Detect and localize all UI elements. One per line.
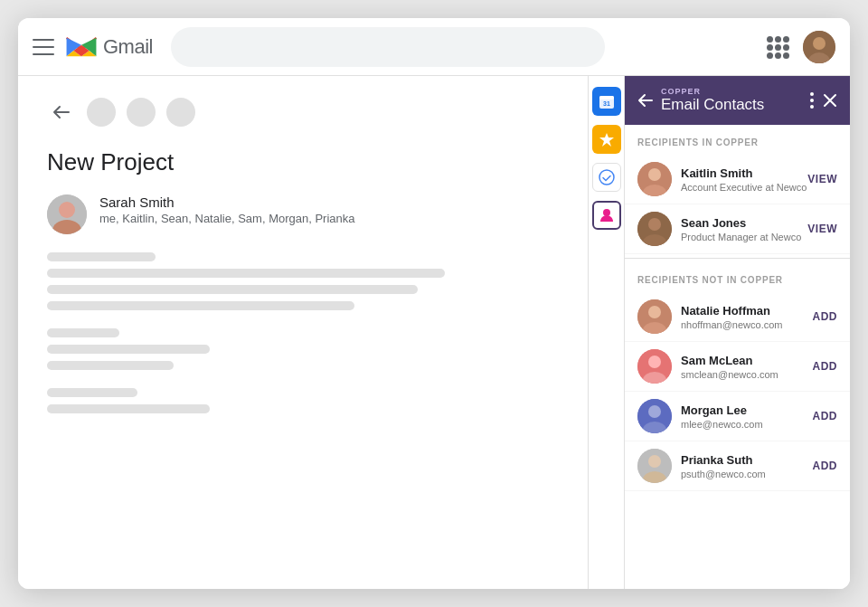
contact-row-sam: Sam McLean smclean@newco.com ADD — [625, 342, 850, 392]
sam-add-button[interactable]: ADD — [813, 360, 838, 373]
user-avatar[interactable] — [803, 31, 835, 63]
gmail-header: Gmail — [18, 18, 850, 76]
apps-grid-icon[interactable] — [767, 36, 788, 58]
sean-title: Product Manager at Newco — [681, 232, 807, 242]
star-plugin-icon[interactable] — [592, 125, 621, 154]
svg-point-27 — [648, 306, 661, 318]
sender-name: Sarah Smith — [99, 194, 355, 210]
copper-sidebar: COPPER Email Contacts — [624, 76, 850, 589]
svg-point-21 — [648, 168, 661, 181]
contact-row-natalie: Natalie Hoffman nhoffman@newco.com ADD — [625, 292, 850, 342]
copper-content: RECIPIENTS IN COPPER Kaitlin Smith Accou… — [625, 125, 850, 589]
copper-plugin-icon[interactable] — [592, 201, 621, 230]
svg-point-9 — [59, 202, 75, 218]
copper-back-button[interactable] — [637, 93, 654, 108]
sam-avatar — [637, 349, 672, 384]
not-in-copper-section-label: RECIPIENTS NOT IN COPPER — [625, 262, 850, 292]
browser-window: Gmail — [18, 18, 850, 589]
gmail-header-left: Gmail — [33, 34, 153, 60]
natalie-info: Natalie Hoffman nhoffman@newco.com — [681, 304, 813, 330]
skeleton-line — [47, 388, 137, 397]
copper-page-title: Email Contacts — [661, 96, 764, 114]
copper-more-button[interactable] — [810, 92, 814, 109]
sean-name: Sean Jones — [681, 216, 807, 230]
contact-row-sean: Sean Jones Product Manager at Newco VIEW — [625, 204, 850, 254]
email-body-skeleton — [47, 252, 559, 310]
svg-point-6 — [813, 37, 826, 50]
gmail-label: Gmail — [103, 35, 153, 59]
skeleton-line — [47, 301, 354, 310]
contact-row-kaitlin: Kaitlin Smith Account Executive at Newco… — [625, 155, 850, 204]
copper-title-block: COPPER Email Contacts — [661, 87, 764, 114]
main-area: New Project Sarah Smith me, Kaitlin, Sea… — [18, 76, 850, 589]
skeleton-line — [47, 285, 418, 294]
email-body-skeleton-2 — [47, 328, 559, 370]
svg-marker-14 — [599, 133, 614, 147]
morgan-info: Morgan Lee mlee@newco.com — [681, 403, 813, 430]
morgan-name: Morgan Lee — [681, 403, 813, 417]
skeleton-line — [47, 345, 210, 354]
email-body-skeleton-3 — [47, 388, 559, 413]
kaitlin-name: Kaitlin Smith — [681, 166, 807, 180]
copper-icon-bar: 31 — [588, 76, 624, 589]
sam-info: Sam McLean smclean@newco.com — [681, 354, 813, 380]
natalie-add-button[interactable]: ADD — [813, 310, 838, 323]
copper-panel-header: COPPER Email Contacts — [625, 76, 850, 125]
sam-name: Sam McLean — [681, 354, 813, 367]
email-back-button[interactable] — [47, 98, 76, 127]
svg-point-24 — [648, 218, 661, 231]
morgan-add-button[interactable]: ADD — [813, 410, 838, 422]
skeleton-line — [47, 252, 156, 261]
sender-info: Sarah Smith me, Kaitlin, Sean, Natalie, … — [99, 194, 355, 225]
prianka-info: Prianka Suth psuth@newco.com — [681, 453, 813, 479]
svg-point-33 — [648, 405, 661, 418]
section-divider — [625, 258, 850, 259]
skeleton-line — [47, 269, 445, 278]
copper-header-left: COPPER Email Contacts — [637, 87, 764, 114]
svg-point-30 — [648, 356, 661, 368]
kaitlin-title: Account Executive at Newco — [681, 182, 807, 193]
gmail-logo: Gmail — [65, 34, 153, 60]
sam-email: smclean@newco.com — [681, 369, 813, 380]
gmail-m-icon — [65, 34, 98, 60]
prianka-email: psuth@newco.com — [681, 469, 813, 479]
calendar-plugin-icon[interactable]: 31 — [592, 87, 621, 116]
sender-avatar — [47, 194, 87, 234]
prianka-avatar — [637, 449, 672, 483]
sean-info: Sean Jones Product Manager at Newco — [681, 216, 807, 242]
kaitlin-avatar — [637, 162, 672, 196]
loading-circle-2 — [127, 98, 156, 127]
prianka-name: Prianka Suth — [681, 453, 813, 467]
email-content: New Project Sarah Smith me, Kaitlin, Sea… — [18, 76, 588, 589]
loading-circle-3 — [166, 98, 195, 127]
tasks-plugin-icon[interactable] — [592, 163, 621, 192]
email-subject: New Project — [47, 148, 559, 176]
svg-point-16 — [603, 209, 610, 216]
sean-avatar — [637, 212, 672, 246]
kaitlin-view-button[interactable]: VIEW — [807, 173, 837, 185]
sean-view-button[interactable]: VIEW — [807, 223, 837, 235]
svg-text:31: 31 — [603, 100, 610, 107]
skeleton-line — [47, 328, 119, 337]
morgan-email: mlee@newco.com — [681, 419, 813, 430]
natalie-avatar — [637, 299, 672, 334]
natalie-name: Natalie Hoffman — [681, 304, 813, 318]
email-sender-row: Sarah Smith me, Kaitlin, Sean, Natalie, … — [47, 194, 559, 234]
search-bar[interactable] — [171, 27, 605, 67]
email-top-nav — [47, 98, 559, 127]
svg-rect-12 — [599, 96, 614, 100]
svg-point-15 — [599, 170, 614, 185]
svg-point-18 — [810, 99, 814, 102]
prianka-add-button[interactable]: ADD — [813, 460, 838, 472]
sender-recipients: me, Kaitlin, Sean, Natalie, Sam, Morgan,… — [99, 212, 355, 225]
contact-row-morgan: Morgan Lee mlee@newco.com ADD — [625, 392, 850, 441]
copper-header-right — [810, 92, 837, 109]
svg-point-19 — [810, 105, 814, 109]
morgan-avatar — [637, 399, 672, 433]
svg-point-36 — [648, 455, 661, 468]
skeleton-line — [47, 404, 210, 413]
svg-point-17 — [810, 92, 814, 96]
hamburger-menu-icon[interactable] — [33, 39, 54, 55]
natalie-email: nhoffman@newco.com — [681, 319, 813, 330]
copper-close-button[interactable] — [823, 93, 837, 108]
